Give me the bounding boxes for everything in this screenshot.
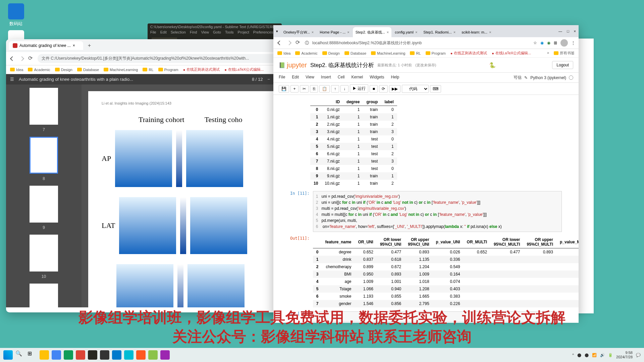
extensions-icon[interactable]: ⊞ xyxy=(554,41,557,45)
chrome-menu-icon[interactable]: ⋮ xyxy=(571,41,575,45)
close-icon[interactable]: × xyxy=(489,30,491,34)
taskbar-app[interactable] xyxy=(52,350,61,360)
run-button[interactable]: ▶ 运行 xyxy=(350,84,368,93)
taskbar-app[interactable] xyxy=(136,350,146,360)
close-icon[interactable]: × xyxy=(312,30,314,34)
site-info-icon[interactable]: ⓘ xyxy=(305,40,309,46)
menu-insert[interactable]: Insert xyxy=(321,75,331,80)
desktop-icon-computer[interactable]: 数码站 xyxy=(3,3,29,27)
pdf-thumb[interactable] xyxy=(30,186,58,223)
extension-icon[interactable]: ◉ xyxy=(547,41,550,45)
code-cell[interactable]: In [11]: 1uni = pd.read_csv('img/univari… xyxy=(290,191,562,232)
move-down-button[interactable]: ↓ xyxy=(340,85,348,93)
bookmark-folder[interactable]: Program xyxy=(158,67,178,72)
forward-button[interactable] xyxy=(286,40,292,46)
close-icon[interactable]: × xyxy=(387,30,389,34)
cell-type-select[interactable]: 代码 xyxy=(402,85,429,93)
taskbar-app[interactable] xyxy=(100,350,109,360)
taskbar-app[interactable] xyxy=(124,350,133,360)
notifications-icon[interactable]: 💬 xyxy=(636,353,641,357)
browser-tab-active[interactable]: Step2. 临床基线...× xyxy=(353,27,391,37)
taskbar-app[interactable] xyxy=(148,350,158,360)
trusted-indicator[interactable]: 可信 xyxy=(514,75,522,80)
add-cell-button[interactable]: + xyxy=(290,85,299,93)
bookmark-folder[interactable]: RL xyxy=(143,67,153,72)
menu-icon[interactable]: ☰ xyxy=(10,77,14,82)
close-icon[interactable]: × xyxy=(73,43,75,48)
bookmark-folder[interactable]: Idea xyxy=(10,67,23,72)
bookmark-folder[interactable]: MachineLearning xyxy=(371,51,405,56)
new-tab-button[interactable]: + xyxy=(85,43,94,49)
copy-button[interactable]: ⎘ xyxy=(310,85,318,93)
menu-cell[interactable]: Cell xyxy=(338,75,345,80)
network-icon[interactable]: 📶 xyxy=(592,353,597,357)
bookmark-folder[interactable]: Database xyxy=(344,51,366,56)
browser-tab[interactable]: Step1. Radiomi...× xyxy=(421,27,458,37)
menu-help[interactable]: Help xyxy=(391,75,399,80)
taskbar-app[interactable] xyxy=(112,350,121,360)
close-icon[interactable]: × xyxy=(453,30,455,34)
bookmark-link[interactable]: ● 在线正则表达式测试 xyxy=(183,67,220,72)
restart-run-button[interactable]: ▶▶ xyxy=(389,85,400,93)
tray-icon[interactable]: ⬤ xyxy=(585,353,589,357)
jupyter-logo[interactable]: jupyter xyxy=(287,61,307,69)
close-icon[interactable]: × xyxy=(347,30,349,34)
pdf-thumb[interactable] xyxy=(30,235,58,272)
menu-kernel[interactable]: Kernel xyxy=(352,75,363,80)
tab-search-button[interactable]: ▾ xyxy=(273,27,281,37)
back-button[interactable] xyxy=(277,40,283,46)
menu-file[interactable]: File xyxy=(279,75,285,80)
explorer-icon[interactable] xyxy=(40,350,49,360)
clock-date[interactable]: 2024/7/28 xyxy=(616,355,633,359)
menu-view[interactable]: View xyxy=(306,75,314,80)
code-body[interactable]: 1uni = pd.read_csv('img/univariable_reg.… xyxy=(313,191,562,232)
paste-button[interactable]: 📋 xyxy=(319,85,330,93)
save-button[interactable]: 💾 xyxy=(279,85,289,93)
taskbar-app[interactable] xyxy=(88,350,97,360)
bookmark-link[interactable]: ● 在线LaTeX公式编辑... xyxy=(224,67,264,72)
close-button[interactable]: × xyxy=(574,29,576,35)
volume-icon[interactable]: 🔊 xyxy=(600,353,605,357)
bookmark-folder[interactable]: Idea xyxy=(277,51,290,56)
profile-icon[interactable] xyxy=(560,39,568,47)
search-button[interactable]: 🔍 xyxy=(15,350,25,360)
kernel-name[interactable]: Python 3 (ipykernel) xyxy=(530,75,566,80)
start-button[interactable] xyxy=(3,350,13,360)
command-palette-button[interactable]: ⌨ xyxy=(430,85,441,93)
address-input[interactable]: 文件 C:/Users/onekey/Desktop/01.[多分类][关节炎]… xyxy=(38,54,298,63)
forward-button[interactable] xyxy=(19,56,25,62)
cut-button[interactable]: ✂ xyxy=(300,85,309,93)
notebook-content[interactable]: IDdegreegrouplabel00.nii.gz1train011.nii… xyxy=(273,95,579,323)
bookmark-folder[interactable]: 所有书签 xyxy=(554,51,575,56)
stop-button[interactable]: ■ xyxy=(370,85,378,93)
task-view-button[interactable]: ⊞ xyxy=(28,350,37,360)
bookmark-folder[interactable]: Design xyxy=(322,51,340,56)
browser-tab[interactable]: Home Page - ...× xyxy=(317,27,352,37)
bookmark-folder[interactable]: Design xyxy=(55,67,72,72)
browser-tab[interactable]: Onekey平台W...× xyxy=(281,27,316,37)
pdf-thumb-active[interactable] xyxy=(30,137,58,174)
edit-icon[interactable]: ✎ xyxy=(524,75,528,80)
reload-button[interactable] xyxy=(28,56,34,62)
bookmark-folder[interactable]: Academic xyxy=(28,67,50,72)
back-button[interactable] xyxy=(9,56,15,62)
browser-tab[interactable]: scikit-learn: m...× xyxy=(459,27,494,37)
clock-time[interactable]: 9:58 xyxy=(616,351,633,355)
taskbar-app[interactable] xyxy=(160,350,170,360)
battery-icon[interactable]: 🔋 xyxy=(608,353,613,357)
move-up-button[interactable]: ↑ xyxy=(331,85,339,93)
extension-icon[interactable]: ◉ xyxy=(540,41,544,45)
pdf-thumb[interactable] xyxy=(30,88,58,125)
taskbar-app[interactable] xyxy=(76,350,85,360)
pdf-thumb[interactable] xyxy=(30,284,58,307)
tray-expand-icon[interactable]: ^ xyxy=(572,353,574,357)
menu-edit[interactable]: Edit xyxy=(292,75,299,80)
reload-button[interactable] xyxy=(296,40,302,46)
pdf-tab[interactable]: Automatic grading of knee ... × xyxy=(9,41,83,50)
bookmark-folder[interactable]: MachineLearning xyxy=(104,67,138,72)
bookmark-overflow[interactable]: » xyxy=(547,51,549,56)
bookmark-link[interactable]: ● 在线正则表达式测试 xyxy=(450,51,487,56)
bookmark-folder[interactable]: Academic xyxy=(295,51,317,56)
minimize-button[interactable]: — xyxy=(558,29,562,35)
notebook-title[interactable]: Step2. 临床基线统计分析 xyxy=(310,61,374,69)
